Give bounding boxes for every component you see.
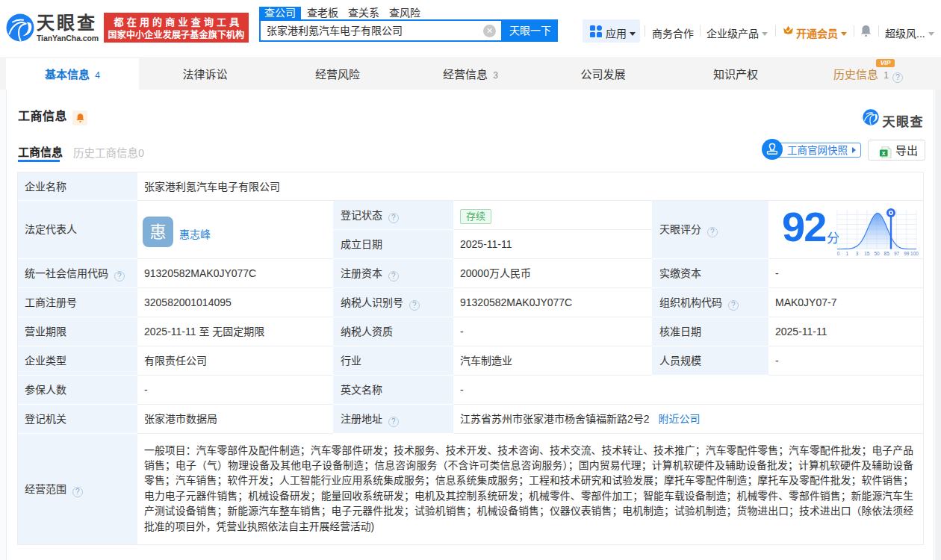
svg-text:x: x (881, 149, 885, 157)
